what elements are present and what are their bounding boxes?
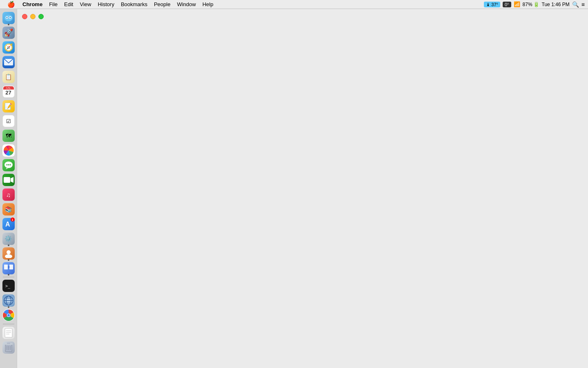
minimize-button[interactable] [30, 14, 36, 19]
music-icon: ♫ [2, 188, 15, 201]
spotlight-search-icon[interactable]: 🔍 [572, 1, 579, 8]
svg-point-0 [4, 15, 13, 21]
menubar-right: 🌡 37° 0° 📶 87% 🔋 Tue 1:46 PM 🔍 ≡ [484, 1, 585, 8]
svg-point-8 [6, 164, 7, 166]
svg-rect-16 [4, 265, 8, 269]
menubar-edit[interactable]: Edit [61, 0, 76, 9]
apple-menu[interactable]: 🍎 [3, 0, 19, 9]
maximize-button[interactable] [38, 14, 44, 19]
menubar-help[interactable]: Help [199, 0, 217, 9]
dock: 🚀 🧭 📋 CAL 27 📝 [0, 9, 17, 368]
thermometer-icon: 🌡 [486, 2, 490, 7]
dock-item-mail[interactable] [2, 55, 16, 69]
close-button[interactable] [22, 14, 27, 19]
photos-icon [2, 144, 15, 157]
menubar-history[interactable]: History [94, 0, 117, 9]
menubar-left: 🍎 Chrome File Edit View History Bookmark… [3, 0, 216, 9]
dock-item-messages[interactable] [2, 158, 16, 172]
dock-item-calendar[interactable]: CAL 27 [2, 85, 16, 99]
temperature-status: 🌡 37° [484, 2, 500, 7]
dock-item-launchpad[interactable]: 🚀 [2, 26, 16, 40]
reminders-icon: ☑ [2, 115, 15, 127]
clipper-icon [2, 327, 15, 339]
maps-icon: 🗺 [2, 130, 15, 142]
menubar-chrome[interactable]: Chrome [19, 0, 46, 9]
svg-rect-35 [7, 343, 10, 344]
battery-icon: 🔋 [533, 2, 539, 7]
menubar-people[interactable]: People [151, 0, 174, 9]
dock-item-contacts[interactable] [2, 247, 16, 260]
svg-text:A: A [5, 221, 10, 228]
dock-item-migration[interactable] [2, 261, 16, 275]
mail-icon [2, 56, 15, 68]
dock-dot-system [8, 245, 9, 246]
dock-item-trash[interactable] [2, 341, 16, 355]
terminal-icon: >_ [2, 280, 15, 292]
dock-item-chrome[interactable] [2, 308, 16, 322]
dock-item-books[interactable]: 📚 [2, 202, 16, 216]
dock-item-vpn[interactable] [2, 294, 16, 307]
svg-point-4 [9, 17, 11, 18]
finder-icon [2, 12, 15, 24]
notification-status: 0° [503, 2, 511, 7]
menubar: 🍎 Chrome File Edit View History Bookmark… [0, 0, 588, 9]
dock-item-clipper[interactable] [2, 326, 16, 340]
launchpad-icon: 🚀 [2, 27, 15, 39]
svg-marker-12 [11, 177, 13, 183]
menubar-bookmarks[interactable]: Bookmarks [118, 0, 151, 9]
traffic-lights [22, 14, 44, 19]
dock-item-reminders[interactable]: ☑ [2, 114, 16, 128]
clock-display: Tue 1:46 PM [542, 2, 570, 7]
notification-center-icon[interactable]: ≡ [581, 1, 585, 8]
messages-icon [2, 159, 15, 171]
svg-rect-29 [5, 328, 12, 337]
calendar-icon: CAL 27 [2, 85, 15, 98]
dock-item-appstore[interactable]: A 1 [2, 217, 16, 231]
safari-icon: 🧭 [2, 41, 15, 54]
svg-point-9 [8, 164, 9, 166]
svg-point-3 [6, 17, 7, 18]
contacts-icon [2, 247, 15, 260]
svg-point-28 [7, 314, 10, 316]
dock-dot-contacts [8, 259, 9, 261]
svg-text:>_: >_ [5, 284, 11, 289]
dock-separator-2 [3, 324, 14, 324]
vpn-icon [2, 294, 15, 307]
svg-point-10 [9, 164, 11, 166]
battery-status: 87% 🔋 [523, 2, 539, 7]
menubar-file[interactable]: File [46, 0, 61, 9]
dock-item-notes[interactable]: 📝 [2, 99, 16, 113]
dock-item-photos[interactable] [2, 144, 16, 157]
svg-rect-11 [4, 177, 10, 183]
wifi-status: 📶 [514, 1, 520, 7]
menubar-window[interactable]: Window [174, 0, 199, 9]
dock-separator [3, 277, 14, 277]
trash-icon [2, 341, 15, 354]
svg-point-14 [7, 250, 11, 254]
dock-item-music[interactable]: ♫ [2, 188, 16, 202]
dock-item-notes-pad[interactable]: 📋 [2, 70, 16, 84]
appstore-icon: A 1 [2, 218, 15, 230]
dock-dot-vpn [8, 306, 9, 308]
dock-item-finder[interactable] [2, 11, 16, 25]
system-prefs-icon: ⚙️ [2, 233, 15, 245]
notes-pad-icon: 📋 [2, 71, 15, 83]
dock-item-maps[interactable]: 🗺 [2, 129, 16, 143]
dock-item-system-prefs[interactable]: ⚙️ [2, 232, 16, 246]
app-window [17, 9, 588, 368]
dock-item-safari[interactable]: 🧭 [2, 40, 16, 54]
dock-dot-migration [8, 274, 9, 276]
facetime-icon [2, 174, 15, 186]
menubar-view[interactable]: View [76, 0, 94, 9]
migration-icon [2, 262, 15, 274]
notes-icon: 📝 [2, 100, 15, 112]
dock-item-facetime[interactable] [2, 173, 16, 187]
wifi-icon: 📶 [514, 1, 520, 7]
svg-point-15 [5, 254, 12, 258]
dock-item-terminal[interactable]: >_ [2, 279, 16, 293]
main-content: 🚀 🧭 📋 CAL 27 📝 [0, 9, 588, 368]
chrome-icon [2, 309, 15, 321]
books-icon: 📚 [2, 203, 15, 215]
dock-dot-finder [8, 24, 9, 25]
svg-rect-17 [9, 265, 13, 269]
